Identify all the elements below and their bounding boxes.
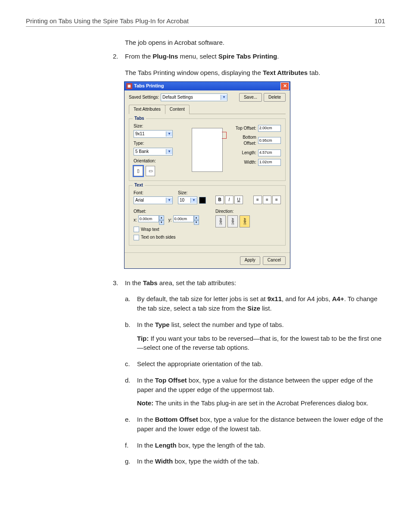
text-legend: Text	[133, 182, 145, 189]
step-3f-number: f.	[125, 441, 137, 454]
step-2-result: The Tabs Printing window opens, displayi…	[125, 68, 385, 78]
intro-text: The job opens in Acrobat software.	[125, 38, 385, 47]
chevron-down-icon: ▼	[166, 131, 172, 137]
font-size-label: Size:	[178, 190, 206, 196]
header-title: Printing on Tabs Using the Spire Tabs Pl…	[26, 17, 189, 25]
tab-content[interactable]: Content	[165, 105, 190, 114]
page-number: 101	[374, 17, 385, 25]
font-combo[interactable]: Arial▼	[134, 196, 173, 204]
orientation-label: Orientation:	[134, 158, 185, 165]
length-label: Length:	[229, 150, 256, 156]
align-right-button[interactable]: ≡	[272, 196, 281, 204]
step-3-number: 3.	[113, 278, 125, 292]
tabs-printing-dialog: ▦ Tabs Printing ✕ Saved Settings: Defaul…	[124, 81, 290, 268]
width-input[interactable]: 1.02cm	[258, 159, 281, 166]
dialog-titlebar: ▦ Tabs Printing ✕	[125, 82, 290, 90]
bold-button[interactable]: B	[215, 196, 224, 204]
close-icon[interactable]: ✕	[280, 82, 289, 90]
offset-y-input[interactable]: 0.00cm ▲▼	[173, 215, 199, 224]
chevron-down-icon: ▼	[166, 149, 172, 154]
step-3d-text: In the Top Offset box, type a value for …	[137, 376, 385, 412]
spinner-up-icon[interactable]: ▲	[159, 215, 164, 220]
wrap-text-checkbox[interactable]: Wrap text	[134, 227, 215, 233]
size-label: Size:	[134, 123, 185, 130]
text-both-sides-checkbox[interactable]: Text on both sides	[134, 234, 215, 241]
align-center-button[interactable]: ≡	[263, 196, 271, 204]
underline-button[interactable]: U	[234, 196, 243, 204]
width-label: Width:	[229, 159, 256, 166]
type-combo[interactable]: 5 Bank▼	[134, 148, 173, 156]
font-label: Font:	[134, 190, 173, 196]
tab-preview	[192, 128, 223, 172]
orientation-portrait-button[interactable]: ▯	[134, 166, 143, 176]
offset-x-input[interactable]: 0.00cm ▲▼	[138, 215, 164, 224]
apply-button[interactable]: Apply	[240, 256, 260, 265]
step-3e-number: e.	[125, 415, 137, 438]
italic-button[interactable]: I	[225, 196, 234, 204]
chevron-down-icon: ▼	[166, 198, 172, 203]
step-3f-text: In the Length box, type the length of th…	[137, 441, 385, 450]
bottom-offset-label: Bottom Offset:	[229, 134, 256, 147]
save-button[interactable]: Save...	[239, 93, 262, 102]
app-icon: ▦	[126, 83, 132, 89]
font-size-combo[interactable]: 10▼	[178, 196, 197, 204]
chevron-down-icon: ▼	[190, 198, 197, 203]
dialog-tabs: Text Attributes Content	[129, 104, 286, 114]
step-3d-number: d.	[125, 376, 137, 412]
tabs-legend: Tabs	[133, 115, 146, 122]
type-label: Type:	[134, 140, 185, 147]
text-group: Text Font: Arial▼ Size:	[129, 185, 286, 245]
step-3c-number: c.	[125, 359, 137, 373]
tab-text-attributes[interactable]: Text Attributes	[129, 105, 165, 114]
color-swatch[interactable]	[199, 197, 206, 204]
step-3a-number: a.	[125, 294, 137, 317]
tabs-group: Tabs Size: 9x11▼ Type: 5 Bank▼	[129, 118, 286, 181]
step-3g-text: In the Width box, type the width of the …	[137, 457, 385, 466]
step-3-text: In the Tabs area, set the tab attributes…	[125, 278, 385, 288]
length-input[interactable]: 4.57cm	[258, 149, 281, 156]
size-combo[interactable]: 9x11▼	[134, 130, 173, 138]
direction-b-button[interactable]: ABC	[227, 215, 238, 227]
saved-settings-combo[interactable]: Default Settings▼	[161, 93, 227, 101]
spinner-down-icon[interactable]: ▼	[194, 220, 199, 225]
step-3a-text: By default, the tab size for letter jobs…	[137, 294, 385, 313]
top-offset-input[interactable]: 2.00cm	[258, 125, 281, 132]
step-3e-text: In the Bottom Offset box, type a value f…	[137, 415, 385, 434]
offset-x-label: x:	[134, 217, 137, 224]
delete-button[interactable]: Delete	[264, 93, 286, 102]
direction-a-button[interactable]: ABC	[215, 215, 226, 227]
direction-c-button[interactable]: ABC	[240, 215, 250, 227]
offset-label: Offset:	[134, 208, 215, 215]
cancel-button[interactable]: Cancel	[263, 256, 286, 265]
step-3b-number: b.	[125, 320, 137, 357]
saved-settings-label: Saved Settings:	[129, 94, 159, 101]
orientation-landscape-button[interactable]: ▭	[146, 166, 155, 176]
top-offset-label: Top Offset:	[229, 125, 256, 132]
spinner-up-icon[interactable]: ▲	[194, 215, 199, 220]
bottom-offset-input[interactable]: 0.95cm	[258, 137, 281, 144]
step-3b-text: In the Type list, select the number and …	[137, 320, 385, 357]
page-header: Printing on Tabs Using the Spire Tabs Pl…	[26, 17, 385, 27]
chevron-down-icon: ▼	[221, 95, 227, 100]
step-3g-number: g.	[125, 457, 137, 470]
spinner-down-icon[interactable]: ▼	[159, 220, 164, 225]
step-3c-text: Select the appropriate orientation of th…	[137, 359, 385, 369]
dialog-title: Tabs Printing	[134, 83, 280, 90]
step-2-number: 2.	[113, 52, 125, 65]
direction-label: Direction:	[215, 208, 250, 215]
offset-y-label: y:	[168, 217, 172, 224]
align-left-button[interactable]: ≡	[253, 196, 262, 204]
step-2-text: From the Plug-Ins menu, select Spire Tab…	[125, 52, 385, 61]
